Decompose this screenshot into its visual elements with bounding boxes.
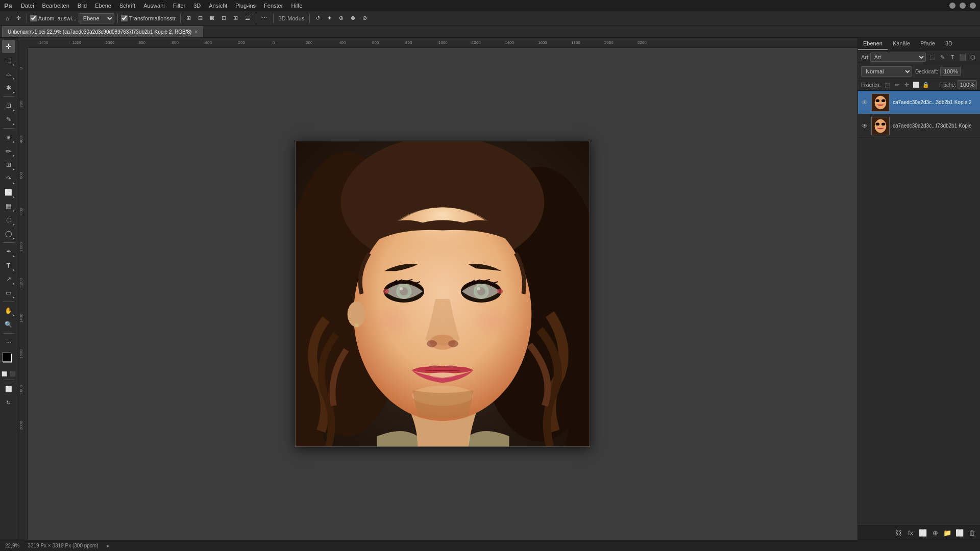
new-group-btn[interactable]: 📁: [942, 528, 952, 538]
hand-tool[interactable]: ✋ ▸: [2, 304, 15, 317]
menu-item-schrift[interactable]: Schrift: [116, 2, 139, 10]
layer-select[interactable]: Ebene: [79, 13, 114, 23]
rotate-btn[interactable]: ↺: [313, 13, 323, 24]
gradient-tool[interactable]: ▦ ▸: [2, 199, 15, 213]
menu-item-3d[interactable]: 3D: [190, 2, 204, 10]
align-btn-2[interactable]: ⊟: [195, 13, 205, 24]
maximize-button[interactable]: [960, 3, 966, 9]
menu-item-bearbeiten[interactable]: Bearbeiten: [39, 2, 73, 10]
lock-all-btn[interactable]: 🔒: [922, 81, 930, 89]
more-options-btn[interactable]: ⋯: [259, 13, 270, 24]
filter-icon-pixel[interactable]: ⬚: [928, 53, 936, 61]
layer-item-1[interactable]: 👁 ca7aedc30a2d3c...3db2b1 Kopie 2: [858, 91, 980, 114]
add-mask-btn[interactable]: ⬜: [918, 528, 928, 538]
align-btn-4[interactable]: ⊡: [219, 13, 229, 24]
path-select-tool[interactable]: ↗ ▸: [2, 272, 15, 286]
filter-icon-shape[interactable]: ⬛: [959, 53, 967, 61]
brush-tool[interactable]: ✏ ▸: [2, 144, 15, 158]
refine-btn[interactable]: ✦: [325, 13, 334, 24]
menu-item-datei[interactable]: Datei: [17, 2, 38, 10]
add-icon: ⊕: [339, 15, 344, 21]
rotate-icon: ↺: [315, 15, 320, 21]
auto-select-input[interactable]: [30, 15, 37, 21]
shape-tool[interactable]: ▭ ▸: [2, 286, 15, 299]
filter-icon-smart[interactable]: ⬡: [969, 53, 977, 61]
tab-layers[interactable]: Ebenen: [858, 38, 888, 50]
align-btn-6[interactable]: ☰: [242, 13, 253, 24]
menu-item-hilfe[interactable]: Hilfe: [287, 2, 306, 10]
wand-tool[interactable]: ✱ ▸: [2, 81, 15, 94]
pen-tool[interactable]: ✒ ▸: [2, 245, 15, 258]
layer-2-visibility[interactable]: 👁: [861, 122, 868, 130]
menu-item-auswahl[interactable]: Auswahl: [140, 2, 168, 10]
menu-item-ebene[interactable]: Ebene: [91, 2, 115, 10]
lock-transparent-btn[interactable]: ⬚: [883, 81, 891, 89]
tab-close-button[interactable]: ×: [194, 29, 198, 35]
layers-list[interactable]: 👁 ca7aedc30a2d3c...3db2b1 Kopie 2: [858, 91, 980, 525]
crop-tool[interactable]: ⊡ ▸: [2, 99, 15, 112]
menu-item-filter[interactable]: Filter: [169, 2, 189, 10]
tab-paths[interactable]: Pfade: [915, 38, 940, 50]
filter-icon-adjust[interactable]: ✎: [938, 53, 946, 61]
screen-mode-btn[interactable]: ⬜: [2, 382, 15, 395]
move-tool-button[interactable]: ✛: [14, 13, 23, 24]
status-arrow[interactable]: ▸: [107, 543, 109, 548]
delete-layer-btn[interactable]: 🗑: [967, 528, 977, 538]
intersect-btn[interactable]: ⊘: [360, 13, 370, 24]
add-btn[interactable]: ⊕: [336, 13, 346, 24]
menu-item-ansicht[interactable]: Ansicht: [205, 2, 231, 10]
filter-icon-text[interactable]: T: [948, 53, 957, 61]
layer-1-name: ca7aedc30a2d3c...3db2b1 Kopie 2: [893, 99, 977, 105]
new-layer-btn[interactable]: ⬜: [954, 528, 965, 538]
brush-icon: ✏: [6, 147, 11, 155]
tab-channels[interactable]: Kanäle: [888, 38, 915, 50]
quick-mask-off-btn[interactable]: ⬜: [1, 370, 8, 378]
canvas-area[interactable]: [28, 48, 857, 540]
eyedropper-tool[interactable]: ✎ ▸: [2, 113, 15, 126]
lock-paint-btn[interactable]: ✏: [893, 81, 901, 89]
healing-tool[interactable]: ⊕ ▸: [2, 131, 15, 144]
fill-value[interactable]: 100%: [958, 80, 977, 89]
rotate-canvas-btn[interactable]: ↻: [2, 396, 15, 409]
tabbar: Unbenannt-1 bei 22,9% (ca7aedc30a2d3c90d…: [0, 26, 980, 38]
svg-point-59: [470, 304, 521, 340]
add-effect-btn[interactable]: fx: [905, 528, 916, 538]
document-tab[interactable]: Unbenannt-1 bei 22,9% (ca7aedc30a2d3c90d…: [2, 26, 203, 37]
more-tools-btn[interactable]: ⋯: [2, 336, 15, 349]
auto-select-checkbox[interactable]: Autom. auswi...: [30, 15, 77, 21]
align-btn-5[interactable]: ⊞: [231, 13, 240, 24]
home-button[interactable]: ⌂: [3, 13, 12, 24]
selection-tool[interactable]: ⬚ ▸: [2, 54, 15, 67]
layer-1-visibility[interactable]: 👁: [861, 99, 868, 106]
lock-artboard-btn[interactable]: ⬜: [912, 81, 920, 89]
tab-3d[interactable]: 3D: [940, 38, 958, 50]
transform-checkbox[interactable]: Transformationsstr.: [121, 15, 177, 21]
foreground-color-swatch[interactable]: [2, 353, 11, 362]
add-link-btn[interactable]: ⛓: [893, 528, 903, 538]
subtract-btn[interactable]: ⊗: [348, 13, 358, 24]
stamp-tool[interactable]: ⊞ ▸: [2, 158, 15, 171]
filter-select[interactable]: Art Name Effekt Modus: [870, 53, 926, 62]
zoom-tool[interactable]: 🔍: [2, 318, 15, 331]
dodge-tool[interactable]: ◯ ▸: [2, 227, 15, 240]
lasso-tool[interactable]: ⌓ ▸: [2, 67, 15, 81]
menu-item-plug-ins[interactable]: Plug-ins: [232, 2, 259, 10]
close-button[interactable]: [970, 3, 976, 9]
menu-item-fenster[interactable]: Fenster: [260, 2, 286, 10]
eraser-tool[interactable]: ⬜ ▸: [2, 186, 15, 199]
history-tool[interactable]: ↷ ▸: [2, 172, 15, 185]
align-btn-1[interactable]: ⊞: [184, 13, 193, 24]
move-tool[interactable]: ✛: [2, 40, 15, 53]
lock-move-btn[interactable]: ✛: [902, 81, 911, 89]
create-fill-btn[interactable]: ⊕: [930, 528, 940, 538]
minimize-button[interactable]: [949, 3, 955, 9]
align-btn-3[interactable]: ⊠: [207, 13, 217, 24]
blur-tool[interactable]: ◌ ▸: [2, 213, 15, 227]
layer-item-2[interactable]: 👁 ca7aedc30a2d3c...f73db2b1 Kopie: [858, 114, 980, 138]
blend-mode-select[interactable]: Normal Auflösen Abdunkeln Multiplizieren: [861, 66, 912, 77]
menu-item-bild[interactable]: Bild: [74, 2, 90, 10]
opacity-value[interactable]: 100%: [940, 67, 961, 76]
transform-input[interactable]: [121, 15, 128, 21]
text-tool[interactable]: T ▸: [2, 259, 15, 272]
quick-mask-on-btn[interactable]: ⬛: [9, 370, 16, 378]
